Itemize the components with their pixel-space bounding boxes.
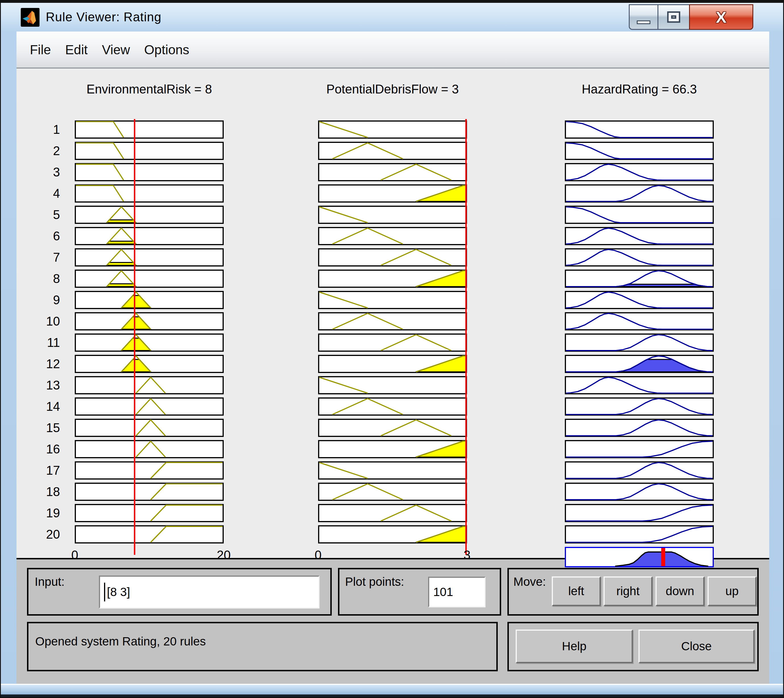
actions-group: Help Close (507, 622, 759, 671)
rule-12-er-plot (75, 355, 224, 373)
window-controls: X (630, 4, 753, 30)
rule-number-11[interactable]: 11 (17, 335, 60, 351)
rule-number-9[interactable]: 9 (17, 292, 60, 308)
rule-9-out-plot (565, 291, 714, 309)
axis-min-pdf: 0 (298, 547, 338, 563)
rule-number-8[interactable]: 8 (17, 271, 60, 286)
rule-10-out-plot (565, 312, 714, 330)
rule-5-out-plot (565, 206, 714, 224)
rule-4-er-plot (75, 184, 224, 202)
rule-viewer-window: Rule Viewer: Rating X FileEditViewOption… (0, 0, 784, 698)
rule-5-pdf-plot (318, 206, 467, 224)
rule-1-er-plot (75, 120, 224, 138)
rule-14-pdf-plot (318, 397, 467, 416)
rule-number-5[interactable]: 5 (17, 207, 60, 223)
rule-8-pdf-plot (318, 270, 467, 288)
rule-9-pdf-plot (318, 291, 467, 309)
rule-15-er-plot (75, 419, 224, 437)
rule-number-15[interactable]: 15 (17, 420, 60, 436)
rule-11-pdf-plot (318, 334, 467, 352)
input-field[interactable]: [8 3] (99, 576, 320, 609)
rule-7-er-plot (75, 248, 224, 267)
rule-7-pdf-plot (318, 248, 467, 267)
status-text: Opened system Rating, 20 rules (35, 635, 206, 648)
rule-number-6[interactable]: 6 (17, 228, 60, 244)
plot-points-label: Plot points: (345, 575, 404, 589)
rule-15-pdf-plot (318, 419, 467, 437)
rule-2-er-plot (75, 142, 224, 160)
plot-points-field[interactable]: 101 (428, 577, 485, 607)
maximize-button[interactable] (657, 4, 690, 30)
rule-9-er-plot (75, 291, 224, 309)
rule-number-7[interactable]: 7 (17, 249, 60, 265)
rule-14-er-plot (75, 397, 224, 416)
maximize-icon (667, 12, 680, 23)
help-button[interactable]: Help (516, 629, 633, 663)
rule-number-3[interactable]: 3 (17, 164, 60, 180)
rule-19-pdf-plot (318, 504, 467, 522)
menu-file[interactable]: File (23, 31, 58, 67)
rule-18-out-plot (565, 483, 714, 501)
rule-number-16[interactable]: 16 (17, 441, 60, 457)
window-title: Rule Viewer: Rating (46, 3, 162, 31)
rule-10-er-plot (75, 312, 224, 330)
rule-number-20[interactable]: 20 (17, 527, 60, 542)
move-right-button[interactable]: right (604, 576, 652, 606)
rule-17-pdf-plot (318, 461, 467, 479)
rule-17-out-plot (565, 461, 714, 479)
axis-max-er: 20 (204, 547, 244, 563)
rule-5-er-plot (75, 206, 224, 224)
rule-2-pdf-plot (318, 142, 467, 160)
minimize-button[interactable] (629, 4, 659, 30)
rule-number-14[interactable]: 14 (17, 398, 60, 415)
rule-11-er-plot (75, 334, 224, 352)
rule-13-pdf-plot (318, 376, 467, 394)
rule-8-er-plot (75, 270, 224, 288)
rule-number-2[interactable]: 2 (17, 143, 60, 159)
rule-number-17[interactable]: 17 (17, 463, 60, 478)
rule-8-out-plot (565, 270, 714, 288)
move-left-button[interactable]: left (552, 576, 601, 606)
menu-options[interactable]: Options (137, 31, 196, 67)
rule-16-er-plot (75, 440, 224, 458)
rule-15-out-plot (565, 419, 714, 437)
input-label: Input: (35, 575, 64, 589)
rule-number-18[interactable]: 18 (17, 484, 60, 500)
close-window-button[interactable]: X (689, 4, 753, 30)
rule-number-19[interactable]: 19 (17, 505, 60, 521)
status-group: Opened system Rating, 20 rules (27, 622, 498, 671)
rule-6-out-plot (565, 227, 714, 245)
input-group: Input: [8 3] (27, 568, 332, 616)
input-line-pdf[interactable] (465, 119, 467, 555)
rule-19-out-plot (565, 504, 714, 522)
rule-4-out-plot (565, 184, 714, 202)
rule-number-13[interactable]: 13 (17, 377, 60, 393)
rule-3-out-plot (565, 163, 714, 181)
rule-6-pdf-plot (318, 227, 467, 245)
rule-11-out-plot (565, 334, 714, 352)
column-header-out: HazardRating = 66.3 (526, 82, 753, 97)
rule-3-pdf-plot (318, 163, 467, 181)
rule-17-er-plot (75, 461, 224, 479)
rule-16-out-plot (565, 440, 714, 458)
rule-number-12[interactable]: 12 (17, 356, 60, 372)
move-label: Move: (513, 575, 546, 589)
menu-edit[interactable]: Edit (58, 31, 95, 67)
move-down-button[interactable]: down (655, 576, 705, 606)
minimize-icon (637, 20, 650, 24)
plot-points-value: 101 (433, 585, 453, 599)
rule-16-pdf-plot (318, 440, 467, 458)
rule-18-er-plot (75, 483, 224, 501)
rule-number-1[interactable]: 1 (17, 122, 60, 138)
axis-min-er: 0 (55, 547, 95, 563)
rule-number-10[interactable]: 10 (17, 313, 60, 329)
rule-number-4[interactable]: 4 (17, 186, 60, 201)
text-caret (104, 583, 105, 601)
rule-7-out-plot (565, 248, 714, 267)
menu-view[interactable]: View (95, 31, 137, 67)
move-up-button[interactable]: up (708, 576, 756, 606)
rule-13-er-plot (75, 376, 224, 394)
input-value: [8 3] (107, 585, 130, 599)
input-line-er[interactable] (134, 119, 135, 555)
close-button[interactable]: Close (639, 629, 754, 663)
